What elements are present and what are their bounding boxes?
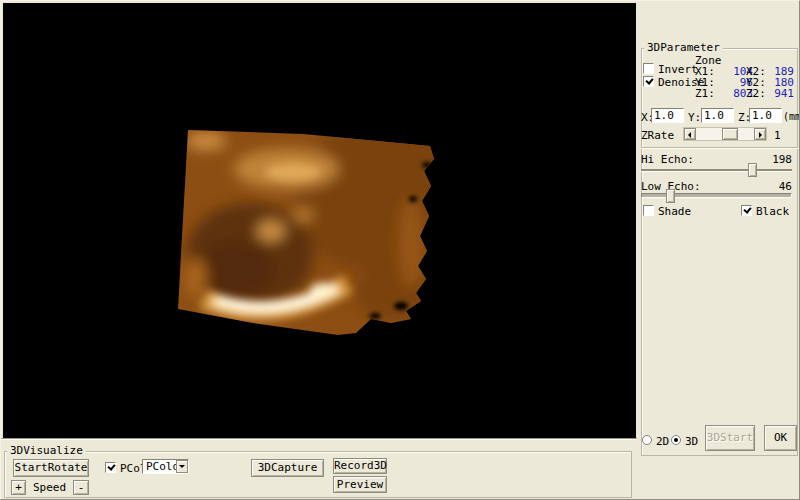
- record3d-button[interactable]: Record3D: [333, 458, 387, 474]
- z-scale-input[interactable]: 1.0: [749, 108, 782, 123]
- mode-3d-label: 3D: [685, 436, 698, 447]
- scale-unit-label: (mm/p): [783, 111, 800, 122]
- invert-label: Invert: [658, 64, 698, 75]
- ok-button[interactable]: OK: [764, 425, 797, 451]
- zone-z2-value: 941: [764, 88, 794, 99]
- invert-checkbox[interactable]: [643, 63, 654, 74]
- hi-echo-slider-thumb[interactable]: [748, 163, 757, 177]
- pcolor-checkbox[interactable]: [105, 462, 116, 473]
- mode-3d-radio[interactable]: [671, 435, 681, 445]
- zrate-left-arrow-icon[interactable]: [684, 128, 696, 140]
- 3dstart-button: 3DStart: [705, 425, 755, 451]
- low-echo-slider-thumb[interactable]: [666, 189, 675, 203]
- zrate-value: 1: [774, 130, 781, 141]
- speed-plus-button[interactable]: +: [11, 480, 26, 495]
- 3dcapture-button[interactable]: 3DCapture: [251, 459, 324, 477]
- denoise-checkbox[interactable]: [643, 76, 654, 87]
- speed-label: Speed: [33, 482, 66, 493]
- shade-label: Shade: [658, 206, 691, 217]
- y-scale-input[interactable]: 1.0: [701, 108, 734, 123]
- pcolor-dropdown[interactable]: PColor: [142, 459, 189, 474]
- section-divider: [641, 147, 798, 149]
- app-window: 3DParameter Invert Denoise Zone X1: 104 …: [0, 0, 800, 500]
- 3dvisualize-group-title: 3DVisualize: [7, 445, 86, 456]
- hi-echo-value: 198: [761, 154, 792, 165]
- ultrasound-render: [3, 3, 636, 438]
- black-label: Black: [756, 206, 789, 217]
- visualize-panel: 3DVisualize StartRotate + Speed - PColor…: [1, 438, 637, 500]
- black-checkbox[interactable]: [741, 205, 752, 216]
- mode-2d-label: 2D: [656, 436, 669, 447]
- zrate-right-arrow-icon[interactable]: [754, 128, 766, 140]
- low-echo-value: 46: [761, 181, 792, 192]
- hi-echo-label: Hi Echo:: [641, 154, 694, 165]
- shade-checkbox[interactable]: [643, 205, 654, 216]
- zrate-scrollbar[interactable]: [683, 127, 767, 141]
- chevron-down-icon[interactable]: [176, 460, 188, 473]
- low-echo-track[interactable]: [641, 193, 792, 198]
- parameter-panel: 3DParameter Invert Denoise Zone X1: 104 …: [636, 1, 800, 500]
- y-scale-label: Y:: [688, 112, 701, 123]
- zrate-label: ZRate: [641, 130, 674, 141]
- zrate-thumb[interactable]: [722, 128, 738, 140]
- x-scale-input[interactable]: 1.0: [651, 108, 684, 123]
- 3dparameter-group-title: 3DParameter: [644, 42, 723, 53]
- zone-z1-label: Z1:: [695, 88, 715, 99]
- mode-2d-radio[interactable]: [642, 435, 652, 445]
- hi-echo-track[interactable]: [641, 169, 792, 171]
- preview-button[interactable]: Preview: [333, 476, 387, 493]
- speed-minus-button[interactable]: -: [73, 480, 89, 495]
- zone-z2-label: Z2:: [746, 88, 766, 99]
- 3d-viewport[interactable]: [3, 3, 636, 438]
- start-rotate-button[interactable]: StartRotate: [13, 459, 89, 477]
